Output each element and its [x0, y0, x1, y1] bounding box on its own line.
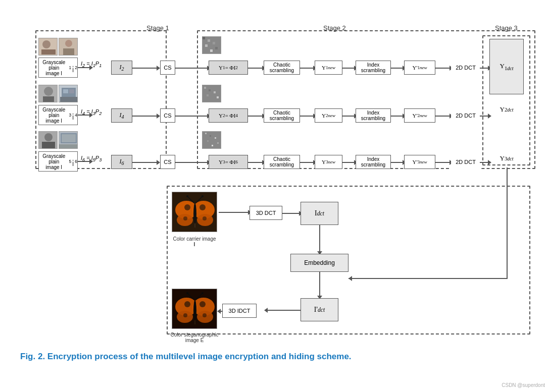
butterfly-carrier-img [172, 192, 217, 232]
grayscale-label-row1: Grayscale plainimage I1, I2 [38, 58, 78, 78]
idct-prime-box: I'dct [301, 298, 338, 321]
svg-point-59 [202, 195, 204, 197]
svg-point-58 [186, 195, 188, 197]
butterfly-steg-img [172, 289, 217, 329]
svg-point-52 [199, 204, 206, 210]
arrow-3ddct-idct [282, 213, 300, 214]
arrow-idx-y3prime-row3 [391, 162, 404, 163]
cs-box-row1: CS [160, 61, 175, 75]
color-carrier-label: Color carrier image I [172, 236, 217, 247]
svg-rect-44 [212, 145, 213, 146]
svg-point-55 [193, 203, 196, 223]
svg-rect-2 [41, 49, 56, 54]
arrow-y3new-idx-row3 [342, 162, 355, 163]
svg-rect-6 [63, 48, 74, 55]
y2dct-label-row2: Y2dct [489, 102, 524, 117]
i2-box-row1: I2 [111, 61, 132, 75]
svg-rect-27 [207, 94, 209, 96]
svg-rect-43 [217, 142, 219, 144]
noise-row3 [202, 131, 221, 149]
i6-box-row3: I6 [111, 155, 132, 169]
arrow-y3prime-dct-row3 [435, 162, 451, 163]
y2-phi-box-row2: Y2 = ΦI4 [209, 108, 248, 123]
arrow-cs-y3-row3 [175, 162, 208, 163]
svg-rect-10 [213, 42, 215, 44]
equation-row3: I6 = I5P3 [81, 155, 102, 162]
svg-rect-25 [209, 89, 211, 91]
stage1-label: Stage 1 [146, 24, 169, 32]
svg-rect-29 [211, 99, 213, 101]
embedding-box: Embedding [290, 254, 348, 272]
y3-phi-box-row3: Y3 = ΦI6 [209, 155, 248, 169]
svg-point-73 [186, 292, 188, 294]
svg-rect-24 [204, 87, 206, 89]
svg-point-67 [199, 301, 206, 307]
watermark: CSDN @superdont [502, 382, 545, 388]
arrow-y2new-idx-row2 [342, 116, 355, 117]
arrow-embedding-idctprime [319, 272, 320, 297]
arrow-chaotic-y1new-row1 [300, 68, 314, 69]
svg-rect-36 [62, 134, 76, 142]
svg-rect-26 [214, 91, 216, 93]
svg-rect-12 [215, 47, 218, 49]
3d-idct-box: 3D IDCT [222, 304, 257, 318]
svg-point-54 [203, 216, 207, 220]
arrow-carrier-3ddct [219, 212, 249, 213]
img-row2-1 [38, 85, 58, 102]
svg-point-51 [184, 204, 190, 210]
y1new-box-row1: Y1new [315, 61, 342, 75]
y3dct-label-row3: Y3dct [489, 151, 524, 165]
svg-point-70 [193, 300, 196, 320]
y2prime-box-row2: Y'2new [404, 108, 435, 123]
y3new-box-row3: Y3new [315, 155, 342, 169]
img-row3-2 [59, 131, 78, 149]
arrow-stage3-embedding-v [507, 167, 508, 278]
arrow-stage3-embedding-h [348, 278, 508, 279]
arrow-y1new-idx-row1 [342, 68, 355, 69]
img-row3-1 [38, 131, 58, 149]
svg-point-31 [44, 133, 53, 141]
arrow-chaotic-y2new-row2 [300, 116, 314, 117]
svg-rect-32 [42, 142, 55, 148]
noise-row1 [202, 36, 221, 54]
arrow-idct-embedding [319, 225, 320, 253]
main-container: Stage 1 Stage 2 Stage 3 [0, 0, 549, 370]
arrow-y1prime-dct-row1 [435, 68, 451, 69]
bottom-dashed-border [167, 186, 530, 334]
svg-point-53 [183, 216, 187, 220]
index-scr-box-row1: Indexscrambling [356, 61, 391, 75]
arrowhead-i4-cs-row2 [157, 114, 160, 119]
arrowhead-idctprime-3didct [264, 308, 268, 313]
arrow-y1-chaotic-row1 [248, 68, 263, 69]
index-scr-box-row3: Indexscrambling [356, 155, 391, 169]
chaotic-box-row3: Chaoticscrambling [264, 155, 300, 169]
svg-point-68 [183, 313, 187, 317]
svg-rect-41 [215, 137, 216, 139]
y1-phi-box-row1: Y1 = ΦI2 [209, 61, 248, 75]
equation-row1: I2 = I1P1 [81, 61, 102, 68]
arrowhead-i2-cs-row1 [157, 66, 160, 71]
noise-row2 [202, 85, 221, 102]
svg-point-74 [202, 292, 204, 294]
img-row1-2 [59, 38, 78, 55]
arrow-y2-chaotic-row2 [248, 116, 263, 117]
index-scr-box-row2: Indexscrambling [356, 108, 391, 123]
arrowhead-3didct-steg [217, 309, 221, 314]
figure-caption: Fig. 2. Encryption process of the multil… [10, 348, 539, 365]
svg-point-1 [42, 40, 51, 48]
svg-rect-37 [59, 144, 78, 149]
svg-rect-40 [210, 135, 211, 137]
y3prime-box-row3: Y'3new [404, 155, 435, 169]
dct-label-row2: 2D DCT [451, 108, 480, 123]
arrow-y3-chaotic-row3 [248, 162, 263, 163]
arrow-idx-y1prime-row1 [391, 68, 404, 69]
svg-point-15 [44, 87, 53, 96]
svg-rect-13 [210, 49, 213, 52]
arrow-i2-cs-row1 [132, 68, 158, 69]
svg-rect-28 [217, 96, 219, 98]
i4-box-row2: I4 [111, 108, 132, 123]
grayscale-label-row2: Grayscale plainimage I3, I4 [38, 105, 78, 125]
svg-rect-21 [69, 89, 74, 93]
arrow-idx-y2prime-row2 [391, 116, 404, 117]
img-row1-1 [38, 38, 58, 55]
